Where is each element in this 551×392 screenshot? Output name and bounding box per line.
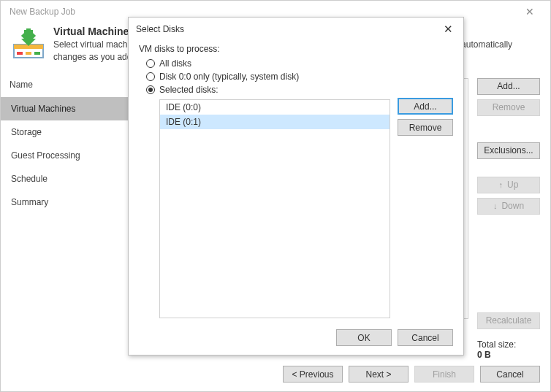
svg-rect-2 [17, 52, 23, 55]
move-down-label: Down [501, 201, 524, 211]
total-size-label: Total size: [477, 339, 540, 350]
arrow-up-icon: ↑ [499, 180, 503, 189]
recalculate-button: Recalculate [477, 312, 540, 329]
dialog-title: Select Disks [136, 24, 184, 34]
main-actions: Add... Remove Exclusions... ↑ Up ↓ Down … [477, 74, 550, 360]
ok-button[interactable]: OK [336, 329, 392, 346]
disk-list-row[interactable]: IDE (0:0) [160, 100, 390, 115]
radio-all-disks-label: All disks [159, 58, 191, 69]
main-window: New Backup Job ✕ Virtual Machines Select… [0, 0, 551, 392]
dialog-cancel-button[interactable]: Cancel [398, 329, 453, 346]
vm-wizard-icon [11, 26, 46, 61]
svg-rect-3 [26, 52, 31, 55]
radio-selected-disks[interactable]: Selected disks: [139, 83, 390, 96]
wizard-step[interactable]: Guest Processing [1, 144, 140, 167]
radio-all-disks[interactable]: All disks [139, 57, 390, 70]
radio-icon [146, 72, 155, 81]
steps-column-header: Name [1, 74, 140, 97]
remove-button: Remove [477, 99, 540, 116]
wizard-step[interactable]: Summary [1, 191, 140, 214]
dialog-add-button[interactable]: Add... [398, 98, 453, 115]
radio-disk-0-0-label: Disk 0:0 only (typically, system disk) [159, 72, 299, 82]
exclusions-button[interactable]: Exclusions... [477, 142, 540, 159]
radio-icon [146, 85, 155, 94]
wizard-step[interactable]: Storage [1, 120, 140, 144]
cancel-button[interactable]: Cancel [480, 366, 540, 383]
dialog-side-actions: Add... Remove [390, 44, 453, 322]
dialog-remove-button[interactable]: Remove [398, 119, 453, 136]
disk-group-label: VM disks to process: [139, 44, 390, 54]
dialog-content: VM disks to process: All disks Disk 0:0 … [139, 44, 390, 322]
wizard-footer: < Previous Next > Finish Cancel [1, 357, 550, 391]
close-icon[interactable]: ✕ [515, 6, 544, 18]
previous-button[interactable]: < Previous [283, 366, 343, 383]
add-button[interactable]: Add... [477, 78, 540, 95]
move-down-button: ↓ Down [477, 198, 540, 215]
dialog-footer: OK Cancel [129, 322, 463, 355]
dialog-close-icon[interactable]: ✕ [441, 23, 456, 36]
wizard-steps: Name Virtual MachinesStorageGuest Proces… [1, 74, 140, 360]
dialog-titlebar: Select Disks ✕ [129, 18, 463, 41]
select-disks-dialog: Select Disks ✕ VM disks to process: All … [128, 17, 464, 356]
arrow-down-icon: ↓ [493, 201, 498, 210]
selected-disks-listbox[interactable]: IDE (0:0)IDE (0:1) [159, 99, 390, 318]
radio-icon [146, 59, 155, 68]
next-button[interactable]: Next > [349, 366, 408, 383]
finish-button: Finish [414, 366, 474, 383]
move-up-label: Up [507, 180, 518, 190]
wizard-step[interactable]: Virtual Machines [1, 97, 140, 120]
svg-rect-4 [34, 52, 40, 55]
radio-disk-0-0[interactable]: Disk 0:0 only (typically, system disk) [139, 70, 390, 83]
wizard-step[interactable]: Schedule [1, 167, 140, 191]
window-title: New Backup Job [7, 7, 75, 17]
disk-list-row[interactable]: IDE (0:1) [160, 115, 390, 129]
move-up-button: ↑ Up [477, 177, 540, 193]
radio-selected-disks-label: Selected disks: [159, 85, 218, 95]
